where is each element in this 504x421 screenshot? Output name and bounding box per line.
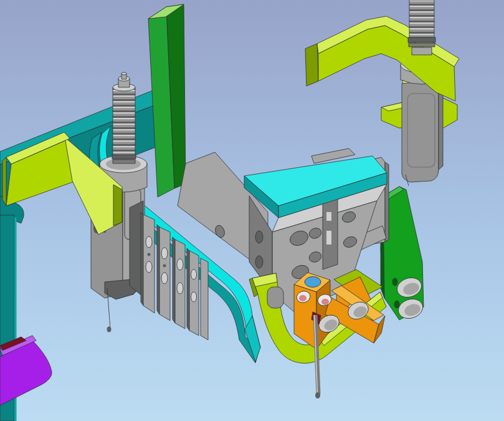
fin-side (157, 225, 159, 314)
spring-ring (113, 160, 135, 163)
button-screw-center (321, 299, 329, 305)
fin-hole (146, 236, 152, 248)
slot-detail (326, 231, 331, 244)
fin-hole (161, 248, 168, 259)
cad-viewport[interactable]: 5 (0, 0, 504, 421)
spring-ring-dark (408, 37, 435, 42)
slot-detail (326, 212, 331, 221)
c-end-face (305, 44, 318, 86)
fin-hole (177, 259, 183, 270)
fin-hole (146, 261, 152, 273)
blue-bore (305, 277, 321, 288)
fin-hole (177, 283, 183, 294)
rod-shaft (412, 47, 432, 55)
fin-hole (191, 269, 197, 279)
spring-threads (409, 0, 434, 37)
fin-side (141, 212, 143, 306)
rod-tip (315, 392, 320, 399)
fin-hole (161, 273, 168, 284)
fin-dot (148, 253, 151, 256)
side-hole (255, 256, 263, 268)
button-screw-center (299, 295, 307, 301)
bracket-end-face (2, 157, 6, 206)
fin-side (173, 237, 175, 323)
fin-face (201, 258, 208, 340)
spring-ring-dark (112, 155, 136, 159)
fin-hole (191, 292, 197, 302)
plate-nub (392, 278, 397, 286)
plate-nub (394, 301, 399, 308)
clamp-pin-tip (107, 327, 112, 332)
purple-plate[interactable] (0, 336, 52, 405)
fin-side (187, 248, 189, 331)
spring-threads (113, 87, 135, 156)
assembly-scene: 5 (0, 0, 504, 421)
spring-nub-top (121, 72, 126, 75)
bracket-end-band (113, 185, 122, 226)
tall-green-plate[interactable] (148, 4, 186, 197)
side-hole (255, 231, 263, 243)
chartreuse-c-clamp-bracket[interactable] (305, 16, 459, 101)
gray-foot[interactable] (267, 287, 283, 308)
fin-dot (163, 264, 166, 268)
gray-finned-tooling-block[interactable] (130, 201, 208, 340)
spring-ring (409, 43, 435, 47)
